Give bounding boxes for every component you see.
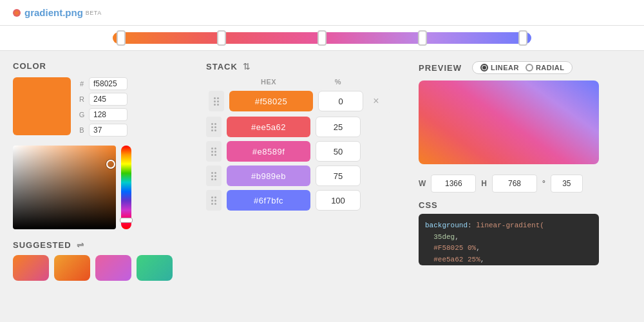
g-input[interactable] (89, 108, 128, 121)
pct-input-2[interactable] (316, 141, 361, 162)
drag-dot (211, 200, 213, 202)
drag-dot (214, 200, 216, 202)
suggested-section: SUGGESTED ⇌ (13, 240, 180, 281)
linear-label: LINEAR (491, 64, 519, 71)
swatch-3[interactable] (95, 255, 131, 281)
linear-option[interactable]: LINEAR (480, 64, 519, 71)
drag-dot (211, 175, 213, 177)
sort-icon[interactable]: ⇅ (243, 61, 251, 71)
preview-controls: LINEAR RADIAL (472, 61, 573, 74)
pct-input-1[interactable] (316, 117, 361, 137)
suggested-header: SUGGESTED ⇌ (13, 240, 180, 250)
suggested-swatches (13, 255, 180, 281)
logo-beta: BETA (86, 10, 102, 16)
saturation-handle[interactable] (106, 160, 115, 169)
hex-btn-4[interactable]: #6f7bfc (227, 190, 310, 211)
b-input[interactable] (89, 124, 128, 137)
drag-dot (214, 196, 216, 198)
shuffle-icon[interactable]: ⇌ (77, 240, 84, 250)
drag-dot (211, 196, 213, 198)
drag-dot (214, 175, 216, 177)
color-section-label: COLOR (13, 61, 180, 71)
stack-row-2: #e8589f (206, 141, 393, 162)
hex-col-header: HEX (227, 78, 310, 86)
width-input[interactable] (431, 175, 476, 193)
hex-btn-1[interactable]: #ee5a62 (227, 117, 310, 137)
gradient-bar-area (0, 26, 644, 51)
color-section: # R G B (13, 77, 180, 137)
logo-name: gradient.png (24, 7, 83, 18)
swatch-2[interactable] (54, 255, 90, 281)
r-input[interactable] (89, 93, 128, 106)
drag-handle-3[interactable] (206, 166, 222, 186)
pct-col-header: % (316, 78, 361, 86)
delete-btn-0[interactable]: × (368, 93, 384, 109)
gradient-stop-75[interactable] (418, 30, 427, 46)
drag-dots (211, 196, 216, 205)
drag-dot (214, 178, 216, 180)
h-label: H (481, 179, 487, 188)
drag-handle-4[interactable] (206, 190, 222, 211)
color-panel: COLOR # R G B (0, 51, 193, 321)
angle-symbol: ° (542, 179, 545, 188)
b-label: B (79, 126, 85, 134)
hex-label: # (79, 80, 85, 88)
drag-dot (217, 100, 219, 102)
main-content: COLOR # R G B (0, 51, 644, 321)
gradient-stop-0[interactable] (117, 30, 126, 46)
drag-handle-0[interactable] (209, 91, 224, 111)
color-inputs: # R G B (79, 77, 128, 137)
drag-handle-2[interactable] (206, 141, 222, 162)
stack-row-1: #ee5a62 (206, 117, 393, 137)
drag-dot (211, 123, 213, 125)
gradient-stop-25[interactable] (217, 30, 226, 46)
swatch-1[interactable] (13, 255, 49, 281)
color-swatch[interactable] (13, 77, 71, 135)
gradient-stop-50[interactable] (317, 30, 327, 46)
saturation-picker[interactable] (13, 146, 116, 229)
drag-handle-1[interactable] (206, 117, 222, 137)
height-input[interactable] (492, 175, 537, 193)
pct-input-0[interactable] (318, 91, 363, 111)
css-output-box[interactable]: background: linear-gradient( 35deg, #F58… (419, 214, 599, 265)
stack-columns: HEX % (206, 78, 393, 86)
drag-dot (214, 97, 216, 99)
radial-label: RADIAL (536, 64, 565, 71)
g-label: G (79, 111, 85, 118)
linear-radio[interactable] (480, 64, 488, 71)
g-row: G (79, 108, 128, 121)
hex-btn-0[interactable]: #f58025 (229, 91, 313, 111)
drag-dot (214, 123, 216, 125)
pct-input-3[interactable] (316, 166, 361, 186)
drag-dot (211, 129, 213, 131)
preview-header: PREVIEW LINEAR RADIAL (419, 61, 631, 74)
hue-slider[interactable] (121, 146, 131, 229)
radial-option[interactable]: RADIAL (526, 64, 565, 71)
drag-dot (214, 129, 216, 131)
drag-dots (211, 172, 216, 180)
drag-dot (214, 126, 216, 128)
drag-dot (214, 154, 216, 156)
preview-panel: PREVIEW LINEAR RADIAL W H ° CSS (406, 51, 644, 321)
preview-box (419, 80, 599, 164)
hex-row: # (79, 77, 128, 90)
angle-input[interactable] (551, 175, 583, 193)
radial-radio[interactable] (526, 64, 533, 71)
drag-dot (211, 178, 213, 180)
swatch-4[interactable] (137, 255, 173, 281)
gradient-stop-100[interactable] (518, 30, 527, 46)
drag-dot (217, 97, 219, 99)
pct-input-4[interactable] (316, 190, 361, 211)
stack-row-4: #6f7bfc (206, 190, 393, 211)
hex-btn-3[interactable]: #b989eb (227, 166, 310, 186)
stack-label: STACK (206, 62, 238, 71)
hex-input[interactable] (89, 77, 128, 90)
gradient-bar-track[interactable] (113, 32, 531, 44)
drag-dot (214, 104, 216, 106)
hue-handle[interactable] (120, 218, 133, 223)
stack-row-3: #b989eb (206, 166, 393, 186)
stack-header: STACK ⇅ (206, 61, 393, 71)
drag-dot (214, 172, 216, 174)
hex-btn-2[interactable]: #e8589f (227, 141, 310, 162)
drag-dot (211, 147, 213, 149)
